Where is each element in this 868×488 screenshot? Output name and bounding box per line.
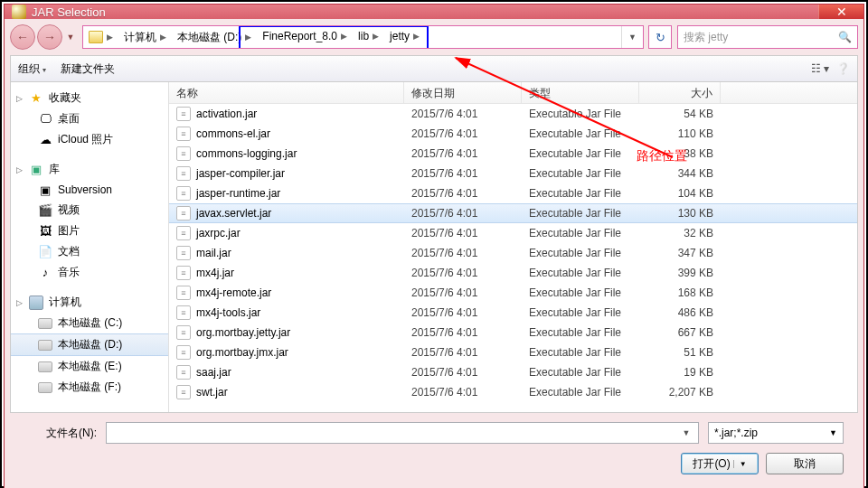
help-button[interactable]: ❔ — [836, 62, 850, 75]
table-row[interactable]: ≡mail.jar2015/7/6 4:01Executable Jar Fil… — [169, 243, 857, 263]
drive-icon — [38, 361, 52, 372]
newfolder-button[interactable]: 新建文件夹 — [61, 61, 115, 77]
jar-icon: ≡ — [176, 286, 191, 300]
folder-icon — [89, 31, 103, 43]
jar-icon: ≡ — [176, 146, 191, 161]
jar-icon: ≡ — [176, 345, 191, 360]
library-icon: ▣ — [29, 163, 43, 177]
jar-icon: ≡ — [176, 305, 191, 320]
col-type[interactable]: 类型 — [522, 82, 639, 103]
nav-history-button[interactable]: ▼ — [64, 26, 77, 48]
col-size[interactable]: 大小 — [639, 82, 721, 103]
organize-button[interactable]: 组织 — [18, 61, 46, 77]
sidebar: ▷★收藏夹 🖵桌面☁iCloud 照片 ▷▣库 ▣Subversion🎬视频🖼图… — [11, 82, 169, 412]
sidebar-item-drive[interactable]: 本地磁盘 (E:) — [11, 356, 168, 377]
search-placeholder: 搜索 jetty — [684, 30, 728, 45]
breadcrumb[interactable]: ▶ 计算机▶本地磁盘 (D:)▶FineReport_8.0▶lib▶jetty… — [82, 25, 644, 49]
sidebar-item-drive[interactable]: 本地磁盘 (C:) — [11, 313, 168, 333]
cancel-button[interactable]: 取消 — [766, 453, 844, 474]
table-row[interactable]: ≡javax.servlet.jar2015/7/6 4:01Executabl… — [169, 203, 857, 223]
open-button[interactable]: 打开(O)▼ — [681, 453, 759, 474]
jar-icon: ≡ — [176, 206, 191, 221]
table-row[interactable]: ≡org.mortbay.jetty.jar2015/7/6 4:01Execu… — [169, 323, 857, 343]
col-name[interactable]: 名称 — [169, 82, 404, 103]
nav-forward-button[interactable]: → — [37, 24, 62, 50]
filename-label: 文件名(N): — [24, 426, 97, 441]
jar-icon: ≡ — [176, 325, 191, 340]
sidebar-item[interactable]: ▣Subversion — [11, 180, 168, 200]
jar-icon: ≡ — [176, 226, 191, 240]
sidebar-favorites[interactable]: ▷★收藏夹 — [11, 88, 168, 108]
table-row[interactable]: ≡activation.jar2015/7/6 4:01Executable J… — [169, 104, 857, 124]
star-icon: ★ — [29, 91, 43, 106]
jar-icon: ≡ — [176, 246, 191, 260]
breadcrumb-segment[interactable]: lib▶ — [353, 30, 384, 42]
table-row[interactable]: ≡mx4j-tools.jar2015/7/6 4:01Executable J… — [169, 303, 857, 323]
sidebar-item[interactable]: 🖵桌面 — [11, 108, 168, 129]
table-row[interactable]: ≡jasper-compiler.jar2015/7/6 4:01Executa… — [169, 164, 857, 183]
breadcrumb-segment[interactable]: 计算机▶ — [118, 30, 172, 45]
column-headers[interactable]: 名称 修改日期 类型 大小 — [169, 82, 857, 104]
sidebar-item[interactable]: ♪音乐 — [11, 262, 168, 283]
breadcrumb-segment[interactable]: FineReport_8.0▶ — [257, 30, 353, 42]
jar-icon: ≡ — [176, 385, 191, 399]
filename-input[interactable]: ▼ — [106, 422, 699, 444]
view-options-button[interactable]: ☷ ▾ — [811, 62, 829, 75]
drive-icon — [38, 318, 52, 329]
jar-icon: ≡ — [176, 107, 191, 121]
jar-icon: ≡ — [176, 127, 191, 141]
table-row[interactable]: ≡mx4j-remote.jar2015/7/6 4:01Executable … — [169, 283, 857, 303]
breadcrumb-segment[interactable]: jetty▶ — [384, 30, 425, 42]
table-row[interactable]: ≡saaj.jar2015/7/6 4:01Executable Jar Fil… — [169, 362, 857, 382]
sidebar-libraries[interactable]: ▷▣库 — [11, 159, 168, 180]
window-title: JAR Selection — [32, 5, 818, 19]
drive-icon — [38, 340, 52, 351]
breadcrumb-dropdown[interactable]: ▼ — [621, 26, 643, 48]
breadcrumb-segment[interactable]: 本地磁盘 (D:)▶ — [172, 30, 257, 45]
file-list[interactable]: ≡activation.jar2015/7/6 4:01Executable J… — [169, 104, 857, 412]
toolbar: 组织 新建文件夹 ☷ ▾ ❔ — [10, 55, 858, 82]
search-input[interactable]: 搜索 jetty 🔍 — [677, 25, 858, 49]
table-row[interactable]: ≡commons-logging.jar2015/7/6 4:01Executa… — [169, 144, 857, 164]
computer-icon — [29, 296, 43, 310]
jar-icon: ≡ — [176, 166, 191, 181]
table-row[interactable]: ≡jaxrpc.jar2015/7/6 4:01Executable Jar F… — [169, 223, 857, 243]
jar-icon: ≡ — [176, 266, 191, 280]
sidebar-item[interactable]: 📄文档 — [11, 241, 168, 262]
jar-icon: ≡ — [176, 186, 191, 201]
sidebar-item-drive[interactable]: 本地磁盘 (D:) — [11, 333, 168, 356]
search-icon: 🔍 — [838, 31, 852, 43]
table-row[interactable]: ≡commons-el.jar2015/7/6 4:01Executable J… — [169, 124, 857, 144]
jar-icon: ≡ — [176, 365, 191, 380]
drive-icon — [38, 382, 52, 393]
table-row[interactable]: ≡org.mortbay.jmx.jar2015/7/6 4:01Executa… — [169, 343, 857, 362]
titlebar[interactable]: JAR Selection ✕ — [4, 4, 864, 19]
filter-select[interactable]: *.jar;*.zip▼ — [708, 422, 844, 444]
nav-back-button[interactable]: ← — [10, 24, 35, 50]
close-button[interactable]: ✕ — [818, 5, 863, 19]
sidebar-item[interactable]: 🖼图片 — [11, 221, 168, 241]
sidebar-computer[interactable]: ▷计算机 — [11, 292, 168, 313]
sidebar-item-drive[interactable]: 本地磁盘 (F:) — [11, 377, 168, 398]
table-row[interactable]: ≡jasper-runtime.jar2015/7/6 4:01Executab… — [169, 183, 857, 203]
table-row[interactable]: ≡swt.jar2015/7/6 4:01Executable Jar File… — [169, 382, 857, 402]
app-icon — [12, 5, 26, 19]
table-row[interactable]: ≡mx4j.jar2015/7/6 4:01Executable Jar Fil… — [169, 263, 857, 283]
sidebar-item[interactable]: 🎬视频 — [11, 200, 168, 221]
col-date[interactable]: 修改日期 — [404, 82, 522, 103]
refresh-button[interactable]: ↻ — [648, 25, 672, 49]
sidebar-item[interactable]: ☁iCloud 照片 — [11, 129, 168, 150]
